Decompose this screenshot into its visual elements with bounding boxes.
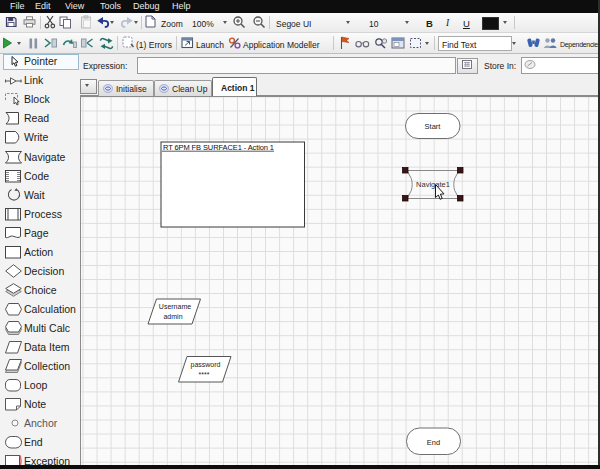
svg-text:password: password (191, 361, 221, 369)
svg-text:Start: Start (425, 122, 442, 131)
svg-text:Username: Username (159, 303, 191, 310)
svg-text:admin: admin (163, 313, 182, 320)
svg-text:RT 6PM FB SURFACE1 - Action 1: RT 6PM FB SURFACE1 - Action 1 (163, 143, 274, 152)
svg-text:End: End (427, 438, 440, 447)
svg-text:Navigate1: Navigate1 (416, 180, 450, 189)
svg-text:****: **** (199, 371, 210, 378)
